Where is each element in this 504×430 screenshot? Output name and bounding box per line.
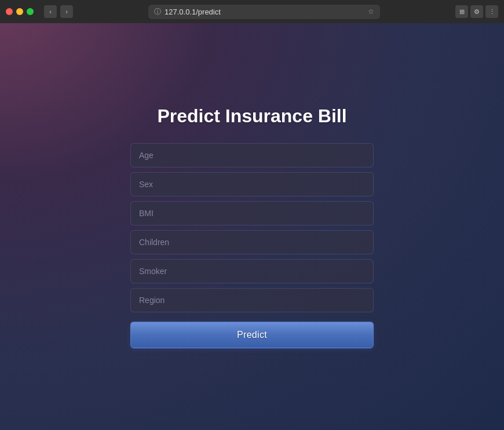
region-input[interactable]	[130, 288, 374, 312]
form-fields: Predict	[130, 143, 374, 348]
url-text: 127.0.0.1/predict	[165, 8, 364, 16]
url-bar[interactable]: ⓘ 127.0.0.1/predict ☆	[148, 5, 380, 19]
main-content: Predict Insurance Bill Predict	[0, 23, 504, 430]
page-title: Predict Insurance Bill	[157, 105, 346, 127]
bmi-input[interactable]	[130, 201, 374, 225]
browser-chrome: ‹ › ⓘ 127.0.0.1/predict ☆ ⊞ ⚙ ⋮	[0, 0, 504, 23]
browser-toolbar: ⊞ ⚙ ⋮	[455, 5, 498, 18]
children-input[interactable]	[130, 230, 374, 254]
form-card: Predict Insurance Bill Predict	[130, 105, 374, 348]
maximize-button[interactable]	[27, 8, 34, 15]
star-icon[interactable]: ☆	[368, 8, 374, 16]
smoker-input[interactable]	[130, 259, 374, 283]
age-input[interactable]	[130, 143, 374, 167]
close-button[interactable]	[6, 8, 13, 15]
security-icon: ⓘ	[154, 7, 161, 17]
forward-button[interactable]: ›	[60, 5, 73, 18]
browser-controls	[6, 8, 34, 15]
minimize-button[interactable]	[16, 8, 23, 15]
extensions-icon[interactable]: ⚙	[470, 5, 483, 18]
tab-grid-icon[interactable]: ⊞	[455, 5, 468, 18]
back-button[interactable]: ‹	[44, 5, 57, 18]
predict-button[interactable]: Predict	[130, 322, 374, 348]
menu-icon[interactable]: ⋮	[485, 5, 498, 18]
sex-input[interactable]	[130, 172, 374, 196]
